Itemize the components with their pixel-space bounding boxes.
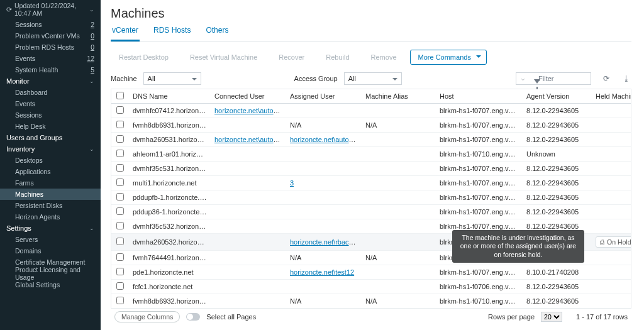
sidebar-item-events[interactable]: Events12 bbox=[0, 53, 101, 64]
link[interactable]: horizoncte.net\auto-8237859 bbox=[214, 136, 286, 143]
machine-select[interactable]: All bbox=[143, 72, 201, 85]
held-cell bbox=[592, 219, 631, 234]
sidebar-item-sessions[interactable]: Sessions bbox=[0, 109, 101, 121]
sidebar-item-applications[interactable]: Applications bbox=[0, 166, 101, 177]
updated-row[interactable]: ⟳ Updated 01/22/2024, 10:47 AM ⌄ bbox=[0, 0, 101, 19]
cell: fvmh7644491.horizoncte.net bbox=[129, 251, 211, 265]
cell: blrkm-hs1-f0706.eng.vmware.com bbox=[436, 280, 523, 294]
sidebar-item-count: 0 bbox=[91, 32, 94, 40]
row-checkbox[interactable] bbox=[116, 106, 124, 114]
rows-per-page-select[interactable]: 20 bbox=[541, 312, 562, 322]
sidebar-item-problem-rds-hosts[interactable]: Problem RDS Hosts0 bbox=[0, 41, 101, 53]
tab-vcenter[interactable]: vCenter bbox=[111, 26, 140, 41]
cell: dvmha260531.horizoncte.net bbox=[129, 133, 211, 147]
row-checkbox[interactable] bbox=[116, 193, 124, 201]
cell bbox=[362, 205, 436, 219]
row-checkbox[interactable] bbox=[116, 164, 124, 172]
col-alias[interactable]: Machine Alias bbox=[362, 89, 436, 104]
held-cell bbox=[592, 280, 631, 294]
sidebar-inventory-head[interactable]: Inventory ⌄ bbox=[0, 143, 101, 155]
sidebar-item-persistent-disks[interactable]: Persistent Disks bbox=[0, 200, 101, 211]
cell bbox=[286, 147, 362, 162]
row-checkbox[interactable] bbox=[116, 253, 124, 261]
sidebar-item-horizon-agents[interactable]: Horizon Agents bbox=[0, 211, 101, 223]
select-all-pages-toggle[interactable] bbox=[186, 313, 200, 321]
sidebar-item-sessions[interactable]: Sessions2 bbox=[0, 19, 101, 30]
sidebar-item-label: Problem vCenter VMs bbox=[15, 32, 80, 40]
row-checkbox[interactable] bbox=[116, 179, 124, 186]
row-checkbox[interactable] bbox=[116, 282, 124, 290]
export-icon[interactable]: ⭳ bbox=[621, 74, 631, 84]
sidebar-item-events[interactable]: Events bbox=[0, 98, 101, 109]
col-connected[interactable]: Connected User bbox=[211, 89, 286, 104]
row-checkbox[interactable] bbox=[116, 222, 124, 229]
sidebar-item-problem-vcenter-vms[interactable]: Problem vCenter VMs0 bbox=[0, 30, 101, 41]
manage-columns-button[interactable]: Manage Columns bbox=[114, 311, 180, 322]
access-group-select[interactable]: All bbox=[344, 72, 402, 85]
table-row[interactable]: dvmhf35c531.horizoncte.netblrkm-hs1-f070… bbox=[111, 162, 631, 176]
sidebar-item-dashboard[interactable]: Dashboard bbox=[0, 87, 101, 98]
sidebar-item-product-licensing-and-usage[interactable]: Product Licensing and Usage bbox=[0, 268, 101, 279]
sidebar-item-label: Horizon Agents bbox=[15, 213, 60, 221]
on-hold-badge[interactable]: ⎙On Hold bbox=[596, 236, 631, 248]
tab-others[interactable]: Others bbox=[204, 26, 230, 41]
col-held[interactable]: Held Machine bbox=[592, 89, 631, 104]
tab-rds[interactable]: RDS Hosts bbox=[152, 26, 192, 41]
sidebar-item-servers[interactable]: Servers bbox=[0, 234, 101, 245]
cell: pde1.horizoncte.net bbox=[129, 265, 211, 280]
row-checkbox[interactable] bbox=[116, 150, 124, 157]
link[interactable]: horizoncte.net\auto-8237859 bbox=[290, 136, 362, 143]
cell bbox=[286, 280, 362, 294]
refresh-icon[interactable]: ⟳ bbox=[601, 74, 611, 84]
link[interactable]: horizoncte.net\test12 bbox=[290, 268, 354, 276]
row-checkbox[interactable] bbox=[116, 268, 124, 275]
sidebar-users-head[interactable]: Users and Groups bbox=[0, 132, 101, 143]
cell: N/A bbox=[362, 118, 436, 133]
row-checkbox[interactable] bbox=[116, 207, 124, 215]
select-all-header[interactable] bbox=[111, 89, 129, 104]
table-wrap[interactable]: DNS Name Connected User Assigned User Ma… bbox=[111, 89, 631, 308]
table-row[interactable]: dvmhfc07412.horizoncte.nethorizoncte.net… bbox=[111, 104, 631, 118]
table-row[interactable]: fvmh8db6931.horizoncte.netN/AN/Ablrkm-hs… bbox=[111, 118, 631, 133]
col-host[interactable]: Host bbox=[436, 89, 523, 104]
col-assigned[interactable]: Assigned User bbox=[286, 89, 362, 104]
filter-button[interactable]: Filter bbox=[516, 72, 591, 85]
sidebar-item-desktops[interactable]: Desktops bbox=[0, 155, 101, 166]
cell: pddup36-1.horizoncte.net bbox=[129, 205, 211, 219]
sidebar-item-farms[interactable]: Farms bbox=[0, 177, 101, 189]
table-row[interactable]: fcfc1.horizoncte.netblrkm-hs1-f0706.eng.… bbox=[111, 280, 631, 294]
table-row[interactable]: multi1.horizoncte.net3blrkm-hs1-f0707.en… bbox=[111, 176, 631, 190]
table-row[interactable]: ahleom11-ar01.horizoncte.netblrkm-hs1-f0… bbox=[111, 147, 631, 162]
row-range: 1 - 17 of 17 rows bbox=[576, 313, 628, 321]
table-row[interactable]: dvmha260531.horizoncte.nethorizoncte.net… bbox=[111, 133, 631, 147]
col-agent[interactable]: Agent Version bbox=[523, 89, 592, 104]
restart-button: Restart Desktop bbox=[111, 50, 177, 65]
col-dns[interactable]: DNS Name bbox=[129, 89, 211, 104]
sidebar-monitor-head[interactable]: Monitor ⌄ bbox=[0, 75, 101, 87]
row-checkbox[interactable] bbox=[116, 238, 124, 245]
table-row[interactable]: pddupfb-1.horizoncte.netblrkm-hs1-f0707.… bbox=[111, 190, 631, 205]
row-checkbox[interactable] bbox=[116, 297, 124, 304]
table-row[interactable]: pddup36-1.horizoncte.netblrkm-hs1-f0707.… bbox=[111, 205, 631, 219]
link[interactable]: 3 bbox=[290, 179, 294, 187]
sidebar-item-machines[interactable]: Machines bbox=[0, 189, 101, 200]
sidebar-item-help-desk[interactable]: Help Desk bbox=[0, 121, 101, 132]
cell: blrkm-hs1-f0707.eng.vmware.com bbox=[436, 104, 523, 118]
row-checkbox[interactable] bbox=[116, 121, 124, 128]
row-checkbox[interactable] bbox=[116, 135, 124, 143]
sidebar-settings-head[interactable]: Settings ⌄ bbox=[0, 223, 101, 234]
table-row[interactable]: fvmh8db6932.horizoncte.netN/AN/Ablrkm-hs… bbox=[111, 294, 631, 309]
select-all-checkbox[interactable] bbox=[116, 92, 124, 99]
sidebar-item-domains[interactable]: Domains bbox=[0, 245, 101, 256]
cell bbox=[362, 133, 436, 147]
cell: 8.12.0-22943605 bbox=[523, 118, 592, 133]
link[interactable]: horizoncte.net\auto-e972476 bbox=[214, 107, 286, 114]
sidebar-item-system-health[interactable]: System Health5 bbox=[0, 64, 101, 75]
table-row[interactable]: pde1.horizoncte.nethorizoncte.net\test12… bbox=[111, 265, 631, 280]
more-commands-button[interactable]: More Commands bbox=[410, 50, 487, 65]
sidebar-item-global-settings[interactable]: Global Settings bbox=[0, 279, 101, 290]
cell: 8.12.0-22943605 bbox=[523, 104, 592, 118]
link[interactable]: horizoncte.net\rbac-50 bbox=[290, 238, 358, 246]
sidebar-item-label: Global Settings bbox=[15, 281, 60, 289]
cell: 8.12.0-22943605 bbox=[523, 133, 592, 147]
